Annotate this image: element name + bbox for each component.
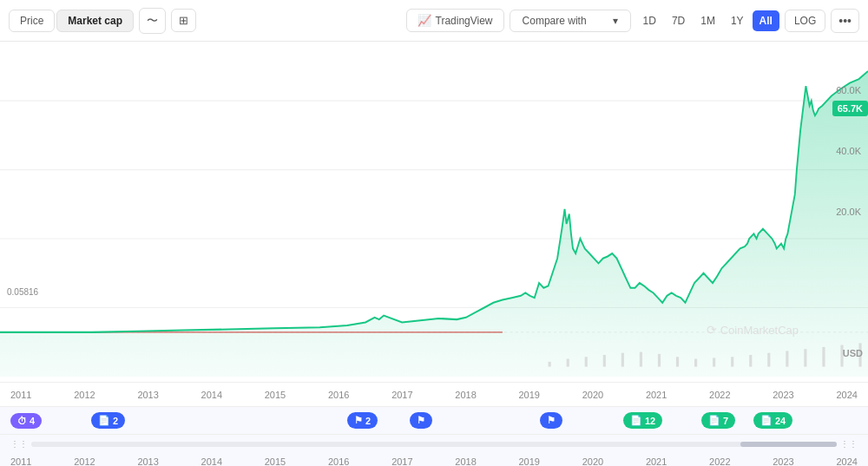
- compare-button[interactable]: Compare with ▾: [510, 10, 631, 32]
- y-label-20k: 20.0K: [836, 207, 861, 217]
- x-label-2020: 2020: [582, 390, 603, 400]
- log-button[interactable]: LOG: [785, 10, 825, 32]
- bottom-x-axis: 2011 2012 2013 2014 2015 2016 2017 2018 …: [0, 453, 868, 466]
- svg-rect-10: [621, 353, 624, 367]
- event-badge-flag-2-2017[interactable]: ⚑ 2: [347, 412, 378, 429]
- event-badge-doc-7-2023[interactable]: 📄 7: [701, 412, 735, 429]
- x-label-2015: 2015: [265, 390, 286, 400]
- x-label-2024: 2024: [836, 390, 857, 400]
- tradingview-icon: 📈: [418, 14, 431, 27]
- event-badge-flag-2020[interactable]: ⚑: [540, 412, 562, 429]
- bottom-x-2022: 2022: [709, 456, 730, 466]
- event-badge-doc-2-2012[interactable]: 📄 2: [91, 412, 125, 429]
- doc-icon-4: 📄: [760, 415, 773, 426]
- svg-rect-7: [567, 359, 569, 367]
- doc-icon-3: 📄: [708, 415, 720, 426]
- x-label-2011: 2011: [10, 390, 31, 400]
- usd-label: USD: [843, 348, 863, 358]
- time-1m[interactable]: 1M: [694, 10, 722, 31]
- bottom-x-2014: 2014: [201, 456, 222, 466]
- price-badge: 65.7K: [832, 101, 868, 116]
- bottom-x-2024: 2024: [836, 456, 857, 466]
- svg-rect-9: [603, 355, 606, 367]
- scrollbar-track[interactable]: [31, 442, 837, 447]
- chart-area[interactable]: 60.0K 40.0K 20.0K 65.7K 0.05816 ⟳ CoinMa…: [0, 42, 868, 406]
- candle-chart-icon: ⊞: [179, 14, 188, 27]
- x-label-2017: 2017: [391, 390, 412, 400]
- svg-rect-8: [585, 357, 588, 366]
- svg-rect-18: [767, 353, 770, 367]
- x-label-2014: 2014: [201, 390, 222, 400]
- bottom-x-2011: 2011: [10, 456, 31, 466]
- events-row: ⏱ 4 📄 2 ⚑ 2 ⚑ ⚑ 📄 12 📄 7 📄 24: [0, 406, 868, 434]
- doc-icon-2: 📄: [630, 415, 642, 426]
- svg-rect-21: [822, 347, 825, 367]
- scrollbar-thumb[interactable]: [740, 442, 837, 447]
- svg-rect-11: [640, 352, 642, 367]
- low-price-label: 0.05816: [7, 287, 38, 297]
- svg-rect-14: [694, 359, 697, 367]
- x-label-2019: 2019: [519, 390, 540, 400]
- time-7d[interactable]: 7D: [665, 10, 692, 31]
- price-button[interactable]: Price: [9, 10, 55, 32]
- event-count-6: 24: [775, 416, 786, 426]
- tradingview-button[interactable]: 📈 TradingView: [406, 9, 504, 32]
- svg-rect-20: [804, 349, 806, 366]
- toolbar: Price Market cap 〜 ⊞ 📈 TradingView Compa…: [0, 0, 868, 42]
- clock-icon: ⏱: [17, 416, 27, 426]
- candle-chart-button[interactable]: ⊞: [171, 9, 196, 32]
- flag-icon-2: ⚑: [417, 415, 425, 426]
- event-count-3: 2: [365, 416, 371, 426]
- scrollbar-row: ⋮⋮ ⋮⋮: [0, 434, 868, 453]
- x-label-2018: 2018: [455, 390, 476, 400]
- compare-label: Compare with: [523, 15, 587, 27]
- svg-rect-12: [658, 354, 661, 367]
- chevron-down-icon: ▾: [613, 15, 618, 27]
- tradingview-label: TradingView: [436, 15, 493, 27]
- svg-rect-19: [786, 351, 788, 366]
- svg-rect-6: [549, 362, 551, 367]
- event-badge-doc-24-2024[interactable]: 📄 24: [753, 412, 792, 429]
- y-label-60k: 60.0K: [836, 85, 861, 95]
- x-label-2023: 2023: [773, 390, 793, 400]
- bottom-x-2020: 2020: [582, 456, 603, 466]
- bottom-x-2012: 2012: [74, 456, 95, 466]
- scroll-left-handle[interactable]: ⋮⋮: [7, 439, 31, 449]
- doc-icon-1: 📄: [98, 415, 110, 426]
- x-label-2021: 2021: [646, 390, 667, 400]
- time-1d[interactable]: 1D: [636, 10, 663, 31]
- view-toggle: Price Market cap: [9, 10, 134, 32]
- time-all[interactable]: All: [753, 10, 779, 31]
- svg-rect-16: [731, 357, 733, 366]
- event-count-1: 4: [30, 416, 35, 426]
- bottom-x-2016: 2016: [328, 456, 349, 466]
- bottom-x-2021: 2021: [646, 456, 667, 466]
- bottom-x-2018: 2018: [455, 456, 476, 466]
- event-count-2: 2: [113, 416, 118, 426]
- x-label-2013: 2013: [137, 390, 158, 400]
- x-label-2012: 2012: [74, 390, 95, 400]
- bottom-x-2017: 2017: [391, 456, 412, 466]
- bottom-x-2013: 2013: [137, 456, 158, 466]
- watermark-text: CoinMarketCap: [720, 324, 799, 337]
- time-range-group: 1D 7D 1M 1Y All: [636, 10, 779, 31]
- flag-icon-3: ⚑: [547, 415, 556, 426]
- line-chart-button[interactable]: 〜: [139, 8, 166, 34]
- svg-rect-13: [676, 357, 679, 366]
- more-button[interactable]: •••: [831, 9, 859, 33]
- bottom-x-2015: 2015: [265, 456, 286, 466]
- time-1y[interactable]: 1Y: [724, 10, 751, 31]
- flag-icon-1: ⚑: [354, 415, 363, 426]
- svg-rect-17: [749, 355, 752, 367]
- more-icon: •••: [838, 14, 852, 28]
- bottom-x-2023: 2023: [773, 456, 793, 466]
- event-badge-flag-2018[interactable]: ⚑: [410, 412, 432, 429]
- x-label-2022: 2022: [709, 390, 730, 400]
- marketcap-button[interactable]: Market cap: [56, 10, 134, 32]
- price-chart-svg: [0, 42, 868, 406]
- scroll-right-handle[interactable]: ⋮⋮: [837, 439, 861, 449]
- x-label-2016: 2016: [328, 390, 349, 400]
- event-badge-doc-12-2022[interactable]: 📄 12: [623, 412, 662, 429]
- event-count-5: 7: [723, 416, 728, 426]
- event-badge-clock-4[interactable]: ⏱ 4: [10, 413, 42, 429]
